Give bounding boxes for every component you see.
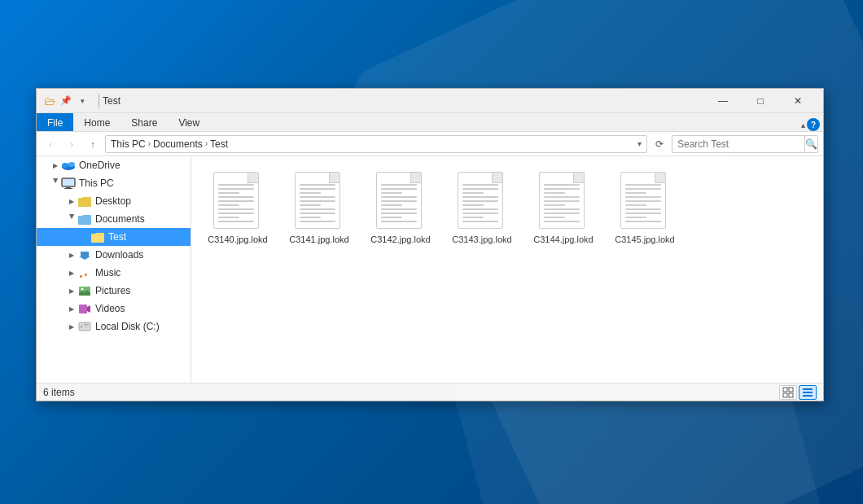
- path-part-documents: Documents: [153, 138, 203, 150]
- close-button[interactable]: ✕: [779, 89, 817, 113]
- file-doc-lines-3: [458, 173, 502, 226]
- sidebar-item-music[interactable]: ▶ Music: [37, 264, 191, 282]
- title-bar-icons: 🗁 📌 ▾: [43, 94, 89, 107]
- pc-icon: [61, 177, 76, 190]
- line: [544, 213, 580, 214]
- up-button[interactable]: ↑: [84, 135, 102, 153]
- line: [381, 213, 417, 214]
- sidebar-item-downloads[interactable]: ▶ Downloads: [37, 246, 191, 264]
- minimize-button[interactable]: —: [704, 89, 742, 113]
- line: [218, 217, 239, 218]
- svg-rect-18: [803, 392, 813, 393]
- music-icon: [77, 266, 92, 279]
- ribbon-collapse-icon[interactable]: ▴: [801, 121, 805, 129]
- desktop-folder-icon: [77, 195, 92, 208]
- file-name-0: C3140.jpg.lokd: [208, 234, 267, 245]
- tab-home[interactable]: Home: [73, 113, 120, 131]
- line: [544, 188, 580, 190]
- tab-share[interactable]: Share: [120, 113, 168, 131]
- line: [381, 204, 402, 206]
- line: [300, 192, 321, 194]
- line: [381, 196, 417, 198]
- forward-button[interactable]: ›: [63, 135, 81, 153]
- line: [381, 200, 417, 202]
- sidebar-label-pictures: Pictures: [95, 285, 130, 296]
- path-dropdown-arrow[interactable]: ▾: [637, 139, 642, 148]
- tab-file[interactable]: File: [37, 113, 73, 131]
- file-icon-3: [458, 172, 506, 230]
- svg-point-1: [62, 163, 68, 168]
- search-input[interactable]: [672, 138, 804, 150]
- line: [625, 188, 661, 190]
- sidebar-label-videos: Videos: [95, 303, 125, 314]
- title-bar: 🗁 📌 ▾ Test — □ ✕: [37, 89, 823, 113]
- address-path[interactable]: This PC › Documents › Test ▾: [105, 135, 647, 153]
- line: [625, 217, 646, 218]
- search-box: 🔍: [672, 135, 818, 153]
- file-icon-2: [376, 172, 425, 230]
- line: [300, 221, 335, 222]
- line: [218, 221, 254, 222]
- file-item-5[interactable]: C3145.jpg.lokd: [608, 166, 681, 251]
- line: [462, 221, 498, 222]
- view-list-button[interactable]: [799, 385, 817, 400]
- help-button[interactable]: ?: [807, 118, 820, 131]
- path-sep-2: ›: [205, 139, 208, 148]
- file-doc-4: [539, 172, 585, 229]
- file-item-3[interactable]: C3143.jpg.lokd: [445, 166, 519, 251]
- maximize-button[interactable]: □: [742, 89, 779, 113]
- svg-rect-15: [783, 393, 787, 397]
- line: [218, 192, 239, 194]
- file-doc-lines-4: [540, 173, 584, 226]
- explorer-window: 🗁 📌 ▾ Test — □ ✕ File Home Share View ▴ …: [36, 88, 824, 401]
- tab-view[interactable]: View: [168, 113, 210, 131]
- ribbon-tabs: File Home Share View ▴ ?: [37, 113, 823, 131]
- file-doc-lines-0: [214, 173, 258, 226]
- refresh-button[interactable]: ⟳: [651, 135, 668, 153]
- sidebar-item-thispc[interactable]: ▶ This PC: [37, 174, 191, 192]
- svg-point-2: [68, 162, 75, 167]
- svg-rect-3: [62, 178, 75, 186]
- sidebar-item-onedrive[interactable]: ▶ OneDrive: [37, 156, 191, 174]
- file-doc-lines-1: [296, 173, 340, 226]
- ribbon-right: ▴ ?: [801, 118, 823, 131]
- sidebar-item-documents[interactable]: ▶ Documents: [37, 210, 191, 228]
- file-doc-lines-5: [621, 173, 665, 226]
- back-button[interactable]: ‹: [42, 135, 59, 153]
- file-item-2[interactable]: C3142.jpg.lokd: [364, 166, 437, 251]
- file-item-4[interactable]: C3144.jpg.lokd: [527, 166, 600, 251]
- sidebar-label-localdisk: Local Disk (C:): [95, 321, 160, 332]
- file-item-1[interactable]: C3141.jpg.lokd: [283, 166, 356, 251]
- sidebar-item-desktop[interactable]: ▶ Desktop: [37, 192, 191, 210]
- sidebar-item-test[interactable]: Test: [37, 228, 191, 246]
- expand-arrow-localdisk: ▶: [66, 323, 77, 331]
- line: [218, 196, 254, 198]
- file-icon-0: [213, 172, 262, 230]
- line: [625, 221, 661, 222]
- file-doc-0: [213, 172, 259, 229]
- sidebar-item-localdisk[interactable]: ▶ Local Disk (C:): [37, 318, 191, 335]
- downloads-icon: [77, 248, 92, 261]
- line: [300, 200, 335, 202]
- status-bar: 6 items: [37, 383, 823, 401]
- file-doc-1: [295, 172, 340, 229]
- line: [625, 204, 646, 206]
- line: [544, 184, 580, 186]
- line: [300, 213, 335, 214]
- file-name-1: C3141.jpg.lokd: [289, 234, 348, 245]
- dropdown-icon[interactable]: ▾: [76, 94, 89, 107]
- view-grid-button[interactable]: [779, 385, 797, 400]
- file-icon-1: [295, 172, 344, 230]
- path-sep-1: ›: [148, 139, 151, 148]
- expand-arrow-downloads: ▶: [66, 252, 77, 259]
- sidebar-item-pictures[interactable]: ▶ Pictures: [37, 282, 191, 300]
- line: [381, 208, 417, 210]
- svg-rect-14: [789, 388, 793, 392]
- file-item-0[interactable]: C3140.jpg.lokd: [201, 166, 274, 251]
- file-doc-2: [376, 172, 422, 229]
- svg-rect-5: [64, 188, 72, 189]
- sidebar-label-thispc: This PC: [79, 177, 114, 189]
- expand-arrow-desktop: ▶: [66, 198, 77, 205]
- search-icon[interactable]: 🔍: [804, 136, 817, 152]
- sidebar-item-videos[interactable]: ▶ Videos: [37, 300, 191, 318]
